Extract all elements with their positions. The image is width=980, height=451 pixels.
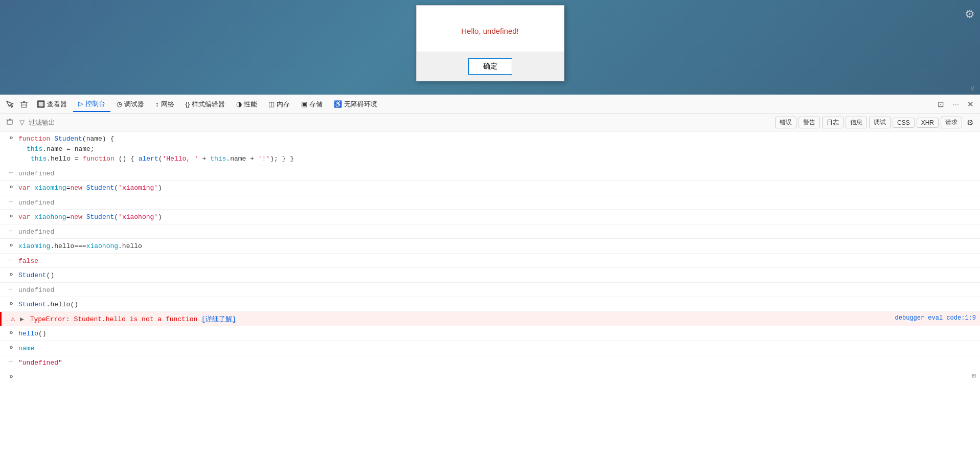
- memory-icon: ◫: [268, 100, 275, 108]
- row-arrow-out: ←: [4, 226, 18, 235]
- more-options-button[interactable]: ···: [949, 98, 962, 110]
- row-prompt: »: [4, 299, 18, 307]
- row-prompt: »: [4, 211, 18, 220]
- row-content: var xiaoming=new Student('xiaoming'): [18, 182, 976, 193]
- trash-small-icon: [6, 118, 13, 125]
- close-devtools-button[interactable]: ✕: [964, 98, 977, 111]
- row-arrow-out: ←: [4, 357, 18, 366]
- inspect-element-button[interactable]: [3, 98, 16, 110]
- row-arrow-out: ←: [4, 197, 18, 206]
- row-content: Student(): [18, 269, 976, 281]
- filter-warnings-button[interactable]: 警告: [799, 117, 820, 128]
- tab-console[interactable]: ▷ 控制台: [73, 97, 110, 112]
- network-icon: ↕: [155, 100, 159, 108]
- row-prompt: »: [4, 269, 18, 278]
- row-prompt: »: [4, 343, 18, 351]
- clear-console-button[interactable]: [17, 98, 31, 110]
- tab-network[interactable]: ↕ 网络: [150, 97, 179, 111]
- bottom-right-icons: ⊡: [972, 372, 976, 380]
- filter-funnel-icon: ▽: [19, 119, 25, 126]
- error-source-link[interactable]: debugger eval code:1:9: [890, 313, 976, 322]
- collapse-arrow-icon[interactable]: ∨: [970, 84, 975, 92]
- filter-logs-button[interactable]: 日志: [822, 117, 844, 128]
- console-row: ← undefined: [0, 283, 980, 298]
- row-prompt: »: [4, 133, 18, 142]
- input-prompt-gutter: »: [4, 372, 18, 380]
- filter-buttons: 错误 警告 日志 信息 调试 CSS XHR 请求 ⚙: [775, 117, 976, 128]
- filter-settings-button[interactable]: ⚙: [964, 117, 976, 128]
- console-filter-bar: ▽ 错误 警告 日志 信息 调试 CSS XHR 请求 ⚙: [0, 114, 980, 131]
- row-arrow-out: ←: [4, 284, 18, 293]
- console-row: » hello(): [0, 326, 980, 341]
- chevron-right-icon[interactable]: ▶: [20, 314, 24, 325]
- console-row: » Student.hello(): [0, 297, 980, 312]
- filter-input[interactable]: [29, 119, 771, 126]
- row-content: function Student(name) { this.name = nam…: [18, 133, 976, 164]
- row-prompt: »: [4, 240, 18, 249]
- row-content: undefined: [18, 284, 976, 296]
- console-row: ← undefined: [0, 224, 980, 239]
- filter-debug-button[interactable]: 调试: [869, 117, 891, 128]
- trash-icon: [20, 100, 28, 108]
- console-error-row: ⚠ ▶ TypeError: Student.hello is not a fu…: [0, 312, 980, 327]
- row-prompt: »: [4, 182, 18, 191]
- row-arrow-out: ←: [4, 168, 18, 176]
- console-icon: ▷: [78, 100, 83, 107]
- console-input-row: » ⊡: [0, 370, 980, 384]
- tab-memory[interactable]: ◫ 内存: [263, 97, 295, 111]
- tab-debugger[interactable]: ◷ 调试器: [111, 97, 149, 111]
- split-console-icon[interactable]: ⊡: [972, 372, 976, 380]
- tab-inspector[interactable]: 🔲 查看器: [32, 97, 72, 111]
- row-prompt: »: [4, 328, 18, 336]
- console-row: ← undefined: [0, 195, 980, 210]
- console-output: » function Student(name) { this.name = n…: [0, 131, 980, 451]
- console-row: » function Student(name) { this.name = n…: [0, 131, 980, 166]
- inspector-icon: 🔲: [37, 100, 45, 108]
- alert-footer: 确定: [417, 52, 564, 81]
- row-content: undefined: [18, 197, 976, 208]
- console-input-area[interactable]: [18, 372, 972, 382]
- console-row: ← undefined: [0, 166, 980, 181]
- inspect-icon: [6, 100, 14, 108]
- a11y-icon: ♿: [334, 100, 342, 108]
- row-content: hello(): [18, 328, 976, 339]
- error-icon-gutter: ⚠: [6, 313, 20, 323]
- filter-errors-button[interactable]: 错误: [775, 117, 796, 128]
- row-content: false: [18, 255, 976, 266]
- row-content: var xiaohong=new Student('xiaohong'): [18, 211, 976, 222]
- svg-rect-0: [21, 103, 27, 107]
- row-arrow-out: ←: [4, 255, 18, 264]
- alert-message: Hello, undefined!: [417, 6, 564, 52]
- filter-xhr-button[interactable]: XHR: [917, 118, 939, 128]
- row-content: Student.hello(): [18, 299, 976, 310]
- filter-requests-button[interactable]: 请求: [941, 117, 962, 128]
- tab-styleeditor[interactable]: {} 样式编辑器: [180, 97, 231, 111]
- alert-ok-button[interactable]: 确定: [468, 58, 512, 75]
- performance-icon: ◑: [236, 100, 242, 108]
- alert-dialog: Hello, undefined! 确定: [416, 5, 564, 81]
- row-content: undefined: [18, 168, 976, 179]
- devtools-toolbar: 🔲 查看器 ▷ 控制台 ◷ 调试器 ↕ 网络 {} 样式编辑器 ◑ 性能 ◫ 内…: [0, 95, 980, 114]
- filter-css-button[interactable]: CSS: [893, 118, 915, 128]
- storage-icon: ▣: [301, 100, 307, 108]
- row-content: name: [18, 343, 976, 354]
- clear-output-button[interactable]: [4, 117, 15, 128]
- error-learn-more-link[interactable]: [详细了解]: [201, 315, 236, 323]
- console-row: » var xiaohong=new Student('xiaohong'): [0, 210, 980, 224]
- console-row: » var xiaoming=new Student('xiaoming'): [0, 181, 980, 195]
- styleeditor-icon: {}: [186, 100, 190, 108]
- debugger-icon: ◷: [117, 100, 122, 108]
- console-row: » name: [0, 341, 980, 356]
- filter-info-button[interactable]: 信息: [846, 117, 867, 128]
- tab-performance[interactable]: ◑ 性能: [231, 97, 262, 111]
- console-row: ← "undefined": [0, 355, 980, 370]
- tab-a11y[interactable]: ♿ 无障碍环境: [329, 97, 382, 111]
- popout-button[interactable]: ⊡: [935, 98, 947, 111]
- error-message: TypeError: Student.hello is not a functi…: [30, 315, 201, 323]
- gear-icon[interactable]: ⚙: [965, 8, 975, 21]
- console-row: » xiaoming.hello===xiaohong.hello: [0, 239, 980, 254]
- tab-storage[interactable]: ▣ 存储: [296, 97, 328, 111]
- toolbar-right-icons: ⊡ ··· ✕: [935, 98, 977, 111]
- browser-viewport: Hello, undefined! 确定 ⚙ ∨: [0, 0, 980, 95]
- row-content: xiaoming.hello===xiaohong.hello: [18, 240, 976, 252]
